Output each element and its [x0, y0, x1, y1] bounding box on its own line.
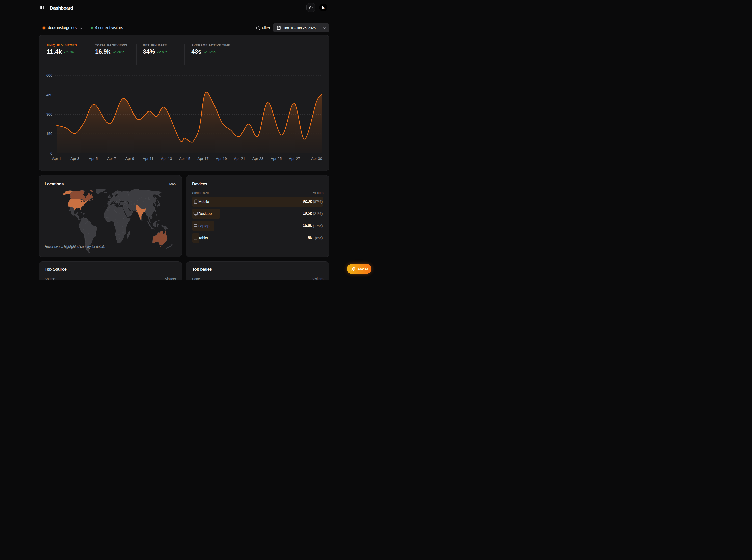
svg-text:150: 150	[46, 132, 53, 136]
svg-text:0: 0	[51, 151, 53, 155]
svg-text:Apr 21: Apr 21	[234, 156, 245, 161]
svg-text:Apr 7: Apr 7	[107, 156, 116, 161]
svg-text:Apr 15: Apr 15	[179, 156, 190, 161]
svg-text:Apr 3: Apr 3	[71, 156, 79, 161]
svg-text:Apr 11: Apr 11	[143, 156, 154, 161]
svg-text:Apr 25: Apr 25	[271, 156, 282, 161]
svg-text:300: 300	[46, 112, 53, 116]
svg-text:Apr 23: Apr 23	[252, 156, 263, 161]
svg-text:Apr 30: Apr 30	[311, 156, 322, 161]
svg-text:Apr 9: Apr 9	[125, 156, 134, 161]
svg-text:450: 450	[46, 93, 53, 97]
svg-text:Apr 5: Apr 5	[89, 156, 98, 161]
svg-text:Apr 17: Apr 17	[197, 156, 209, 161]
svg-text:Apr 13: Apr 13	[161, 156, 172, 161]
svg-text:Apr 19: Apr 19	[216, 156, 227, 161]
svg-text:Apr 27: Apr 27	[289, 156, 300, 161]
svg-text:600: 600	[46, 74, 53, 77]
svg-text:Apr 1: Apr 1	[52, 156, 61, 161]
